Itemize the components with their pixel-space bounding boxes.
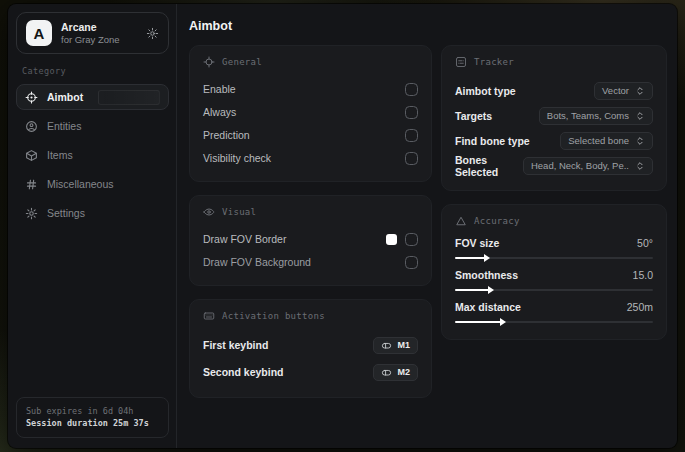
- card-title: Visual: [222, 207, 256, 217]
- activation-buttons-card: Activation buttons First keybind M1: [189, 299, 432, 398]
- page-title: Aimbot: [189, 19, 667, 33]
- targets-dropdown[interactable]: Bots, Teams, Coms: [539, 107, 653, 125]
- hash-icon: [25, 178, 38, 191]
- slider-smoothness: Smoothness 15.0: [455, 269, 653, 291]
- setting-row-targets: Targets Bots, Teams, Coms: [455, 103, 653, 128]
- chevrons-up-down-icon: [635, 136, 645, 146]
- dropdown-value: Bots, Teams, Coms: [547, 110, 629, 121]
- keybind-value: M2: [397, 367, 410, 377]
- setting-label: FOV size: [455, 237, 499, 249]
- first-keybind-button[interactable]: M1: [373, 337, 418, 354]
- setting-row-aimbot-type: Aimbot type Vector: [455, 78, 653, 103]
- setting-label: Bones Selected: [455, 154, 523, 178]
- sliders-icon: [455, 56, 467, 68]
- setting-row-always: Always: [203, 101, 418, 123]
- main-content: Aimbot General Enable: [177, 4, 677, 448]
- sidebar-item-miscellaneous[interactable]: Miscellaneous: [16, 171, 169, 197]
- chevrons-up-down-icon: [635, 111, 645, 121]
- setting-label: Prediction: [203, 129, 250, 141]
- sidebar-item-label: Settings: [47, 207, 85, 219]
- setting-row-bones-selected: Bones Selected Head, Neck, Body, Pe..: [455, 153, 653, 178]
- chevrons-up-down-icon: [635, 161, 645, 171]
- visual-card: Visual Draw FOV Border Draw FOV Backgrou…: [189, 195, 432, 286]
- tracker-card: Tracker Aimbot type Vector: [441, 45, 667, 191]
- dropdown-value: Head, Neck, Body, Pe..: [531, 160, 629, 171]
- slider-value: 250m: [627, 301, 653, 313]
- sidebar-item-label: Miscellaneous: [47, 178, 114, 190]
- slider-thumb[interactable]: [500, 318, 506, 326]
- max-distance-slider[interactable]: [455, 321, 653, 323]
- card-title: Accuracy: [474, 216, 520, 226]
- entities-icon: [25, 120, 38, 133]
- chevrons-up-down-icon: [635, 86, 645, 96]
- draw-fov-border-checkbox[interactable]: [405, 233, 418, 246]
- sidebar-item-entities[interactable]: Entities: [16, 113, 169, 139]
- category-label: Category: [22, 66, 169, 76]
- smoothness-slider[interactable]: [455, 289, 653, 291]
- setting-label: Draw FOV Background: [203, 256, 311, 268]
- subscription-info-card: Sub expires in 6d 04h Session duration 2…: [16, 397, 169, 439]
- gear-icon[interactable]: [146, 27, 159, 40]
- general-card: General Enable Always Prediction: [189, 45, 432, 182]
- package-icon: [25, 149, 38, 162]
- sidebar-item-aimbot[interactable]: Aimbot: [16, 84, 169, 110]
- app-window: A Arcane for Gray Zone Category Aimbot: [8, 4, 677, 448]
- crosshair-icon: [25, 91, 38, 104]
- mouse-icon: [381, 340, 392, 351]
- crosshair-icon: [203, 56, 215, 68]
- keyboard-icon: [203, 310, 215, 322]
- settings-gear-icon: [25, 207, 38, 220]
- dropdown-value: Vector: [602, 85, 629, 96]
- keybind-value: M1: [397, 340, 410, 350]
- setting-label: Max distance: [455, 301, 521, 313]
- setting-label: Aimbot type: [455, 85, 516, 97]
- setting-label: Second keybind: [203, 366, 284, 378]
- setting-row-draw-fov-background: Draw FOV Background: [203, 251, 418, 273]
- mouse-icon: [381, 367, 392, 378]
- visibility-check-checkbox[interactable]: [405, 152, 418, 165]
- card-title: Tracker: [474, 57, 514, 67]
- slider-thumb[interactable]: [484, 254, 490, 262]
- setting-label: Enable: [203, 83, 236, 95]
- setting-row-first-keybind: First keybind M1: [203, 332, 418, 358]
- app-subtitle: for Gray Zone: [61, 34, 137, 46]
- watermark-ghost: [98, 90, 160, 105]
- setting-label: First keybind: [203, 339, 268, 351]
- sidebar-item-items[interactable]: Items: [16, 142, 169, 168]
- accuracy-card: Accuracy FOV size 50° Smoothness: [441, 204, 667, 340]
- always-checkbox[interactable]: [405, 106, 418, 119]
- setting-label: Draw FOV Border: [203, 233, 286, 245]
- enable-checkbox[interactable]: [405, 83, 418, 96]
- slider-thumb[interactable]: [488, 286, 494, 294]
- eye-icon: [203, 206, 215, 218]
- setting-row-draw-fov-border: Draw FOV Border: [203, 228, 418, 250]
- fov-size-slider[interactable]: [455, 257, 653, 259]
- sidebar-item-label: Aimbot: [47, 91, 83, 103]
- sidebar-item-settings[interactable]: Settings: [16, 200, 169, 226]
- sidebar-item-label: Entities: [47, 120, 81, 132]
- setting-label: Always: [203, 106, 236, 118]
- card-title: Activation buttons: [222, 311, 325, 321]
- setting-row-find-bone-type: Find bone type Selected bone: [455, 128, 653, 153]
- slider-value: 50°: [637, 237, 653, 249]
- aimbot-type-dropdown[interactable]: Vector: [594, 82, 653, 100]
- app-name: Arcane: [61, 21, 137, 34]
- setting-label: Visibility check: [203, 152, 271, 164]
- sub-expiry-text: Sub expires in 6d 04h: [26, 405, 159, 418]
- dropdown-value: Selected bone: [568, 135, 629, 146]
- second-keybind-button[interactable]: M2: [373, 364, 418, 381]
- setting-label: Targets: [455, 110, 492, 122]
- card-title: General: [222, 57, 262, 67]
- find-bone-type-dropdown[interactable]: Selected bone: [560, 132, 653, 150]
- setting-row-enable: Enable: [203, 78, 418, 100]
- app-logo: A: [26, 20, 52, 46]
- prediction-checkbox[interactable]: [405, 129, 418, 142]
- slider-max-distance: Max distance 250m: [455, 301, 653, 323]
- bones-selected-dropdown[interactable]: Head, Neck, Body, Pe..: [523, 157, 653, 175]
- app-logo-card: A Arcane for Gray Zone: [16, 12, 169, 54]
- setting-label: Smoothness: [455, 269, 518, 281]
- draw-fov-background-checkbox[interactable]: [405, 256, 418, 269]
- session-duration-text: Session duration 25m 37s: [26, 417, 159, 430]
- fov-border-color-swatch[interactable]: [386, 234, 397, 245]
- slider-value: 15.0: [633, 269, 653, 281]
